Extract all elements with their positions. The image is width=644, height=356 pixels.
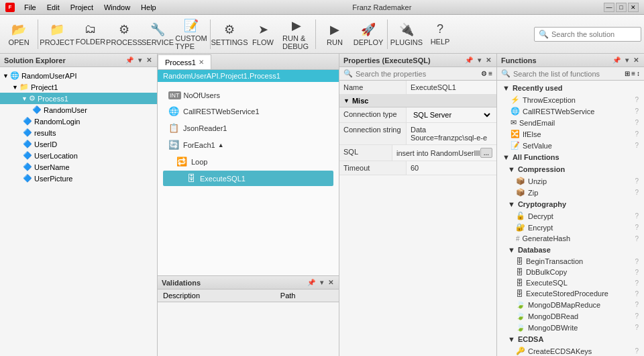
- prop-value[interactable]: SQL Server: [407, 107, 496, 122]
- process-node-loop[interactable]: 🔁Loop: [163, 154, 333, 169]
- fn-section-all-functions[interactable]: ▼All Functions: [497, 151, 644, 163]
- tree-item-proj[interactable]: ▼📁Project1: [0, 81, 157, 93]
- menu-project[interactable]: Project: [66, 2, 97, 13]
- fn-item-zip[interactable]: 📦Zip?: [497, 187, 644, 198]
- toolbar-btn-plugins[interactable]: 🔌PLUGINS: [390, 17, 423, 52]
- toolbar-btn-flow[interactable]: ➤FLOW: [247, 17, 279, 52]
- process-node-callrest[interactable]: 🌐CallRESTWebService1: [163, 103, 333, 119]
- fn-help-icon[interactable]: ?: [635, 119, 639, 126]
- prop-value[interactable]: insert into RandomUserIII...: [392, 145, 496, 161]
- toolbar-btn-process[interactable]: ⚙PROCESS: [108, 17, 140, 52]
- prop-value[interactable]: Data Source=franzpc\sql-e-e: [407, 123, 496, 144]
- props-sort-icon[interactable]: ⚙: [481, 70, 487, 77]
- tree-item-username[interactable]: 🔷UserName: [0, 161, 157, 173]
- toolbar-btn-settings[interactable]: ⚙SETTINGS: [213, 17, 246, 52]
- process-node-execsql[interactable]: 🗄ExecuteSQL1: [163, 171, 333, 186]
- val-close-icon[interactable]: ✕: [327, 278, 335, 287]
- properties-search-input[interactable]: [356, 70, 481, 78]
- fn-item-unzip[interactable]: 📦Unzip?: [497, 175, 644, 187]
- tree-item-api[interactable]: ▼🌐RandomUserAPI: [0, 70, 157, 81]
- functions-search[interactable]: 🔍 ⊞ ≡ ↕: [497, 67, 644, 81]
- fn-help-icon[interactable]: ?: [635, 235, 639, 242]
- toolbar-btn-open[interactable]: 📂OPEN: [3, 17, 35, 52]
- fn-category-cryptography[interactable]: ▼Cryptography: [497, 198, 644, 210]
- fn-item-encrypt[interactable]: 🔐Encrypt?: [497, 222, 644, 233]
- fn-item-mongodbread[interactable]: 🍃MongoDBRead?: [497, 310, 644, 322]
- se-close-icon[interactable]: ✕: [145, 56, 153, 64]
- fn-item-generatehash[interactable]: #GenerateHash?: [497, 233, 644, 244]
- fn-item-ifelse[interactable]: 🔀IfElse?: [497, 128, 644, 140]
- val-more-icon[interactable]: ▾: [319, 278, 325, 287]
- props-pin-icon[interactable]: 📌: [464, 56, 474, 64]
- fn-item-begintransaction[interactable]: 🗄BeginTransaction?: [497, 256, 644, 267]
- tree-item-userloc[interactable]: 🔷UserLocation: [0, 150, 157, 161]
- minimize-button[interactable]: —: [604, 3, 614, 12]
- tree-expand-icon[interactable]: ▼: [12, 84, 18, 91]
- node-expand[interactable]: ▲: [218, 142, 224, 148]
- fn-close-icon[interactable]: ✕: [632, 56, 640, 64]
- toolbar-btn-service[interactable]: 🔧SERVICE: [142, 17, 174, 52]
- fn-grid-icon[interactable]: ⊞: [625, 70, 630, 77]
- fn-item-decrypt[interactable]: 🔓Decrypt?: [497, 210, 644, 222]
- fn-more-icon[interactable]: ▾: [624, 56, 630, 64]
- val-pin-icon[interactable]: 📌: [306, 278, 317, 287]
- fn-list-icon[interactable]: ≡: [631, 70, 635, 77]
- se-pin-icon[interactable]: 📌: [124, 56, 135, 64]
- prop-section-misc[interactable]: ▼Misc: [339, 95, 496, 107]
- tree-item-userpic[interactable]: 🔷UserPicture: [0, 173, 157, 184]
- tree-item-proc1[interactable]: ▼⚙Process1: [0, 93, 157, 104]
- se-more-icon[interactable]: ▾: [137, 56, 143, 64]
- tab-close-button[interactable]: ✕: [199, 58, 204, 66]
- fn-category-ecdsa[interactable]: ▼ECDSA: [497, 333, 644, 345]
- fn-help-icon[interactable]: ?: [635, 324, 639, 331]
- toolbar-btn-rundebug[interactable]: ▶RUN & DEBUG: [280, 17, 313, 52]
- fn-item-callrestwebservice[interactable]: 🌐CallRESTWebService?: [497, 105, 644, 117]
- menu-edit[interactable]: Edit: [43, 2, 64, 13]
- process-node-jsonr[interactable]: 📋JsonReader1: [163, 120, 333, 136]
- toolbar-btn-customtype[interactable]: 📝CUSTOM TYPE: [175, 17, 207, 52]
- fn-item-createecdsakeys[interactable]: 🔑CreateECDSAKeys?: [497, 345, 644, 356]
- tab-process1[interactable]: Process1✕: [158, 54, 211, 69]
- prop-select[interactable]: SQL Server: [411, 110, 492, 120]
- fn-help-icon[interactable]: ?: [635, 290, 639, 298]
- fn-item-sendemail[interactable]: ✉SendEmail?: [497, 117, 644, 128]
- toolbar-btn-deploy[interactable]: 🚀DEPLOY: [352, 17, 384, 52]
- props-more-icon[interactable]: ▾: [476, 56, 482, 64]
- close-button[interactable]: ✕: [628, 3, 639, 12]
- fn-help-icon[interactable]: ?: [635, 130, 639, 138]
- fn-item-throwexception[interactable]: ⚡ThrowException?: [497, 94, 644, 105]
- fn-help-icon[interactable]: ?: [635, 258, 639, 265]
- toolbar-btn-run[interactable]: ▶RUN: [319, 17, 351, 52]
- menu-window[interactable]: Window: [100, 2, 134, 13]
- fn-help-icon[interactable]: ?: [635, 279, 639, 287]
- props-filter-icon[interactable]: ≡: [488, 70, 492, 77]
- process-node-noofu[interactable]: INTNoOfUsers: [163, 89, 333, 102]
- fn-help-icon[interactable]: ?: [635, 301, 639, 308]
- fn-section-recently-used[interactable]: ▼Recently used: [497, 82, 644, 94]
- tree-expand-icon[interactable]: ▼: [3, 73, 9, 79]
- tree-item-userid[interactable]: 🔷UserID: [0, 138, 157, 150]
- maximize-button[interactable]: □: [616, 3, 627, 12]
- solution-search[interactable]: 🔍: [534, 27, 641, 42]
- fn-item-dbbulkcopy[interactable]: 🗄DbBulkCopy?: [497, 267, 644, 277]
- fn-category-compression[interactable]: ▼Compression: [497, 163, 644, 175]
- fn-item-mongodbmapreduce[interactable]: 🍃MongoDBMapReduce?: [497, 299, 644, 310]
- window-controls[interactable]: — □ ✕: [604, 3, 639, 12]
- search-input[interactable]: [551, 30, 639, 38]
- fn-help-icon[interactable]: ?: [635, 224, 639, 231]
- properties-search[interactable]: 🔍 ⚙ ≡: [339, 67, 496, 81]
- functions-search-input[interactable]: [513, 70, 625, 78]
- fn-help-icon[interactable]: ?: [635, 142, 639, 149]
- fn-help-icon[interactable]: ?: [635, 107, 639, 115]
- prop-value[interactable]: 60: [407, 161, 496, 175]
- fn-help-icon[interactable]: ?: [635, 177, 639, 185]
- toolbar-btn-project[interactable]: 📁PROJECT: [41, 17, 73, 52]
- prop-multiline-expand[interactable]: ...: [480, 148, 492, 158]
- fn-help-icon[interactable]: ?: [635, 212, 639, 220]
- fn-item-executestoredprocedure[interactable]: 🗄ExecuteStoredProcedure?: [497, 288, 644, 299]
- process-node-foreach1[interactable]: 🔄ForEach1▲: [163, 137, 333, 152]
- process-canvas[interactable]: INTNoOfUsers🌐CallRESTWebService1📋JsonRea…: [158, 82, 339, 275]
- fn-item-mongodbwrite[interactable]: 🍃MongoDBWrite?: [497, 322, 644, 333]
- toolbar-btn-folder[interactable]: 🗂FOLDER: [74, 17, 107, 52]
- tree-item-results[interactable]: 🔷results: [0, 127, 157, 138]
